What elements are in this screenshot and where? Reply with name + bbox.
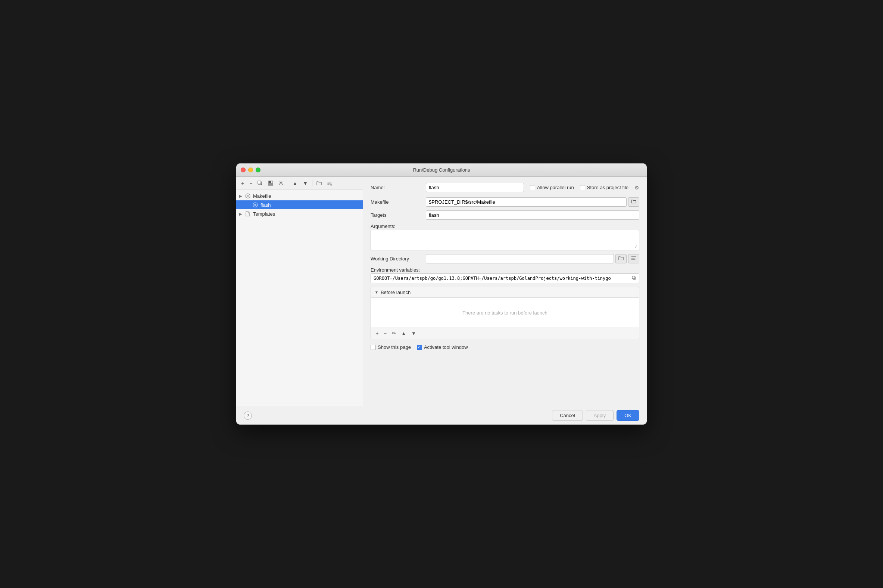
allow-parallel-checkbox[interactable] <box>530 185 535 190</box>
allow-parallel-label[interactable]: Allow parallel run <box>530 184 574 190</box>
before-launch-add-button[interactable]: + <box>374 330 381 337</box>
svg-point-7 <box>247 195 249 197</box>
before-launch-empty-text: There are no tasks to run before launch <box>463 310 548 316</box>
svg-point-5 <box>280 183 282 184</box>
activate-tool-window-item[interactable]: Activate tool window <box>417 344 468 350</box>
show-this-page-label: Show this page <box>378 344 411 350</box>
env-vars-section: Environment variables: <box>371 267 639 283</box>
sort-button[interactable] <box>325 180 334 187</box>
add-config-button[interactable]: + <box>239 179 246 187</box>
before-launch-arrow: ▼ <box>375 290 378 294</box>
working-dir-input-group <box>426 254 639 263</box>
makefile-input-group <box>426 197 639 207</box>
env-vars-label: Environment variables: <box>371 267 639 273</box>
arguments-wrapper: ⤢ <box>371 230 639 250</box>
makefile-row: Makefile <box>371 197 639 207</box>
tree-item-flash[interactable]: flash <box>236 200 363 209</box>
expand-icon[interactable]: ⤢ <box>634 244 637 249</box>
configuration-tree: ▶ Makefile <box>236 190 363 406</box>
working-dir-row: Working Directory <box>371 254 639 263</box>
folder-button[interactable] <box>315 180 324 187</box>
svg-rect-4 <box>269 183 272 185</box>
name-label: Name: <box>371 184 423 190</box>
makefile-arrow: ▶ <box>239 194 245 198</box>
env-vars-input[interactable] <box>371 274 629 283</box>
left-panel: + − <box>236 177 363 406</box>
working-dir-input[interactable] <box>426 254 614 263</box>
maximize-button[interactable] <box>256 168 260 172</box>
targets-row: Targets <box>371 210 639 220</box>
right-panel: Name: Allow parallel run Store as projec… <box>363 177 647 406</box>
footer-right: Cancel Apply OK <box>552 410 639 421</box>
makefile-icon <box>245 192 251 199</box>
checkbox-row: Show this page Activate tool window <box>371 344 639 350</box>
copy-config-button[interactable] <box>256 180 264 187</box>
toolbar: + − <box>236 177 363 190</box>
settings-icon[interactable]: ⚙ <box>634 184 639 190</box>
before-launch-remove-button[interactable]: − <box>382 330 389 337</box>
ok-button[interactable]: OK <box>617 410 639 421</box>
flash-label: flash <box>260 202 270 208</box>
settings-config-button[interactable] <box>276 180 285 187</box>
before-launch-header[interactable]: ▼ Before launch <box>371 287 639 298</box>
flash-icon <box>252 201 258 208</box>
dialog-body: + − <box>236 177 647 406</box>
templates-icon <box>245 210 251 217</box>
makefile-browse-button[interactable] <box>628 197 639 207</box>
move-up-button[interactable]: ▲ <box>290 179 299 187</box>
store-as-project-text: Store as project file <box>587 184 628 190</box>
footer: ? Cancel Apply OK <box>236 406 647 424</box>
before-launch-up-button[interactable]: ▲ <box>399 330 408 337</box>
before-launch-edit-button[interactable]: ✏ <box>390 330 398 337</box>
allow-parallel-text: Allow parallel run <box>537 184 574 190</box>
svg-rect-1 <box>258 181 261 184</box>
move-down-button[interactable]: ▼ <box>301 179 310 187</box>
toolbar-separator <box>288 180 288 186</box>
store-as-project-checkbox[interactable] <box>580 185 585 190</box>
store-as-project-label[interactable]: Store as project file <box>580 184 628 190</box>
save-config-button[interactable] <box>266 180 275 187</box>
toolbar-separator-2 <box>312 180 312 186</box>
env-vars-copy-button[interactable] <box>629 274 639 283</box>
traffic-lights <box>241 168 260 172</box>
targets-input[interactable] <box>426 210 639 220</box>
cancel-button[interactable]: Cancel <box>552 410 583 421</box>
working-dir-label: Working Directory <box>371 256 423 261</box>
svg-rect-3 <box>269 181 271 183</box>
env-vars-row <box>371 273 639 283</box>
templates-arrow: ▶ <box>239 212 245 216</box>
working-dir-vars-button[interactable] <box>628 254 639 263</box>
arguments-section: Arguments: ⤢ <box>371 224 639 250</box>
before-launch-label: Before launch <box>381 290 410 295</box>
title-bar: Run/Debug Configurations <box>236 164 647 177</box>
tree-item-templates[interactable]: ▶ Templates <box>236 209 363 218</box>
targets-label: Targets <box>371 212 423 218</box>
apply-button[interactable]: Apply <box>586 410 614 421</box>
makefile-field-label: Makefile <box>371 199 423 205</box>
before-launch-content: There are no tasks to run before launch <box>371 298 639 328</box>
makefile-label: Makefile <box>253 193 271 199</box>
remove-config-button[interactable]: − <box>248 179 254 187</box>
footer-left: ? <box>244 411 252 420</box>
svg-point-9 <box>254 204 257 206</box>
minimize-button[interactable] <box>248 168 253 172</box>
show-this-page-item[interactable]: Show this page <box>371 344 411 350</box>
name-input[interactable] <box>426 183 524 192</box>
show-this-page-checkbox[interactable] <box>371 345 376 350</box>
activate-tool-window-checkbox[interactable] <box>417 345 422 350</box>
help-icon: ? <box>247 413 249 418</box>
arguments-label: Arguments: <box>371 224 639 229</box>
makefile-input[interactable] <box>426 197 626 207</box>
working-dir-browse-button[interactable] <box>616 254 626 263</box>
run-debug-dialog: Run/Debug Configurations + − <box>236 164 647 424</box>
templates-label: Templates <box>253 211 275 217</box>
dialog-title: Run/Debug Configurations <box>413 167 470 173</box>
activate-tool-window-label: Activate tool window <box>424 344 468 350</box>
svg-rect-11 <box>632 276 635 279</box>
arguments-input[interactable] <box>371 230 639 249</box>
close-button[interactable] <box>241 168 246 172</box>
tree-item-makefile[interactable]: ▶ Makefile <box>236 191 363 200</box>
help-button[interactable]: ? <box>244 411 252 420</box>
before-launch-down-button[interactable]: ▼ <box>409 330 418 337</box>
before-launch-section: ▼ Before launch There are no tasks to ru… <box>371 287 639 339</box>
